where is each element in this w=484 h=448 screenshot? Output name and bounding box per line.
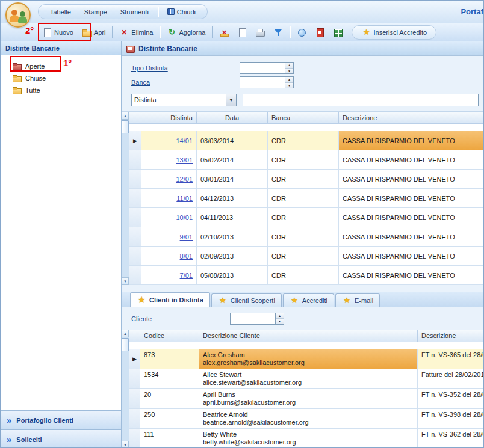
spin-up-icon[interactable]: ▲ [285,63,293,69]
cell-banca[interactable]: CDR [268,266,339,285]
cell-descrizione[interactable]: CASSA DI RISPARMIO DEL VENETO [339,266,484,285]
banca-input[interactable] [240,77,285,88]
distinta-search-input[interactable] [243,94,479,106]
cliente-link[interactable]: Cliente [131,315,230,322]
cell-banca[interactable]: CDR [268,227,339,247]
menu-stampe[interactable]: Stampe [78,7,114,17]
chevron-down-icon[interactable]: ▼ [226,94,236,106]
app-logo-icon[interactable] [5,2,31,28]
banca-link[interactable]: Banca [131,79,240,86]
cell-data[interactable]: 05/02/2014 [197,150,268,170]
cell-descrizione[interactable]: Fatture del 28/02/2014 [418,369,484,389]
new-page-button[interactable] [233,26,251,39]
cell-banca[interactable]: CDR [268,189,339,208]
tree-item-tutte[interactable]: Tutte [10,84,121,96]
cell-descrizione[interactable]: CASSA DI RISPARMIO DEL VENETO [339,170,484,189]
cell-codice[interactable]: 1534 [140,369,199,389]
tree-item-chiuse[interactable]: Chiuse [10,72,121,84]
cell-cliente[interactable]: Beatrice Arnoldbeatrice.arnold@sakilacus… [199,409,418,429]
cell-codice[interactable]: 873 [140,349,199,369]
export-excel-button[interactable] [329,26,347,39]
spin-down-icon[interactable]: ▼ [285,69,293,74]
cell-data[interactable]: 05/08/2013 [197,266,268,285]
cell-descrizione[interactable]: FT n. VS-352 del 28/02/ [418,389,484,409]
tab-clienti-scoperti[interactable]: ★Clienti Scoperti [211,293,282,307]
panel-portafoglio-clienti[interactable]: »Portafoglio Clienti [1,410,121,429]
cell-banca[interactable]: CDR [268,247,339,266]
cell-descrizione[interactable]: FT n. VS-398 del 28/02/ [418,409,484,429]
web-button[interactable] [293,26,311,39]
tab-accrediti[interactable]: ★Accrediti [283,293,334,307]
col-header-descrizione[interactable]: Descrizione [418,330,484,342]
cell-codice[interactable]: 111 [140,429,199,448]
distinte-grid-scrollbar[interactable]: ▲ ▼ [122,112,129,285]
distinta-link[interactable]: 8/01 [180,253,193,260]
spin-down-icon[interactable]: ▼ [285,83,293,88]
distinta-link[interactable]: 11/01 [176,195,193,202]
cell-descrizione[interactable]: CASSA DI RISPARMIO DEL VENETO [339,150,484,170]
cell-descrizione[interactable]: CASSA DI RISPARMIO DEL VENETO [339,227,484,247]
spin-up-icon[interactable]: ▲ [285,77,293,83]
tipo-distinta-input[interactable] [240,63,285,73]
col-header-descrizione-cliente[interactable]: Descrizione Cliente [199,330,418,342]
scroll-up-icon[interactable]: ▲ [122,330,129,337]
cell-data[interactable]: 02/09/2013 [197,247,268,266]
cell-data[interactable]: 03/03/2014 [197,131,268,150]
tab-clienti-in-distinta[interactable]: ★Clienti in Distinta [130,292,210,307]
cell-codice[interactable]: 250 [140,409,199,429]
spin-up-icon[interactable]: ▲ [276,313,284,319]
cell-banca[interactable]: CDR [268,208,339,227]
export-pdf-button[interactable] [311,26,329,39]
cell-cliente[interactable]: Alice Stewartalice.stewart@sakilacustome… [199,369,418,389]
inserisci-accredito-button[interactable]: ★Inserisci Accredito [357,26,431,39]
cell-data[interactable]: 03/01/2014 [197,170,268,189]
distinta-link[interactable]: 10/01 [176,214,193,221]
cell-cliente[interactable]: Alex Greshamalex.gresham@sakilacustomer.… [199,349,418,369]
col-header-distinta[interactable]: Distinta [141,112,197,124]
clear-filter-button[interactable]: ✕ [215,26,233,39]
col-header-codice[interactable]: Codice [140,330,199,342]
cell-descrizione[interactable]: CASSA DI RISPARMIO DEL VENETO [339,247,484,266]
print-button[interactable] [251,26,269,39]
distinta-link[interactable]: 9/01 [180,233,193,241]
menu-strumenti[interactable]: Strumenti [114,7,155,17]
distinta-link[interactable]: 12/01 [176,176,193,183]
cell-descrizione[interactable]: CASSA DI RISPARMIO DEL VENETO [339,131,484,150]
distinta-link[interactable]: 7/01 [180,272,193,279]
clienti-grid-scrollbar[interactable]: ▲ ▼ [122,330,129,448]
scrollbar-thumb[interactable] [122,120,129,133]
cell-cliente[interactable]: April Burnsapril.burns@sakilacustomer.or… [199,389,418,409]
distinta-link[interactable]: 14/01 [176,137,193,144]
scroll-down-icon[interactable]: ▼ [122,277,129,285]
cell-data[interactable]: 04/12/2013 [197,189,268,208]
cell-descrizione[interactable]: FT n. VS-362 del 28/02/ [418,429,484,448]
col-header-descrizione[interactable]: Descrizione [339,112,484,124]
cell-banca[interactable]: CDR [268,170,339,189]
cliente-input[interactable] [231,313,275,324]
cell-descrizione[interactable]: FT n. VS-365 del 28/02/ [418,349,484,369]
cell-codice[interactable]: 20 [140,389,199,409]
filter-button[interactable] [269,26,287,39]
menu-tabelle[interactable]: Tabelle [43,7,78,17]
elimina-button[interactable]: ✕Elimina [115,26,157,39]
col-header-data[interactable]: Data [197,112,268,124]
cell-data[interactable]: 04/11/2013 [197,208,268,227]
scrollbar-thumb[interactable] [122,338,129,351]
cell-data[interactable]: 02/10/2013 [197,227,268,247]
tipo-distinta-link[interactable]: Tipo Distinta [131,64,240,72]
scroll-up-icon[interactable]: ▲ [122,112,129,120]
tab-email[interactable]: ★E-mail [335,293,380,307]
scroll-down-icon[interactable]: ▼ [122,441,129,448]
cell-cliente[interactable]: Betty Whitebetty.white@sakilacustomer.or… [199,429,418,448]
cell-descrizione[interactable]: CASSA DI RISPARMIO DEL VENETO [339,189,484,208]
distinta-link[interactable]: 13/01 [176,156,193,164]
panel-solleciti[interactable]: »Solleciti [1,429,121,448]
col-header-banca[interactable]: Banca [268,112,339,124]
distinta-dropdown[interactable]: Distinta ▼ [131,94,237,106]
cell-banca[interactable]: CDR [268,131,339,150]
aggiorna-button[interactable]: ↻Aggiorna [163,26,209,39]
spin-down-icon[interactable]: ▼ [276,319,284,324]
cell-descrizione[interactable]: CASSA DI RISPARMIO DEL VENETO [339,208,484,227]
menu-chiudi[interactable]: Chiudi [161,7,202,17]
cell-banca[interactable]: CDR [268,150,339,170]
